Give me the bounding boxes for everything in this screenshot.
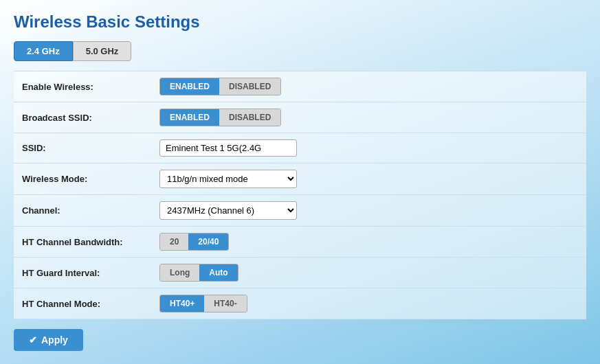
enable-wireless-label: Enable Wireless:: [14, 71, 151, 102]
enable-wireless-toggle: ENABLED DISABLED: [159, 78, 281, 95]
ht-guard-interval-value: Long Auto: [151, 258, 586, 288]
ht-channel-mode-label: HT Channel Mode:: [14, 288, 151, 319]
ht-mode-ht40minus-btn[interactable]: HT40-: [204, 295, 246, 312]
page-title: Wireless Basic Settings: [14, 12, 586, 32]
row-wireless-mode: Wireless Mode: 11b/g/n mixed mode 11b on…: [14, 163, 586, 195]
ht-channel-bandwidth-label: HT Channel Bandwidth:: [14, 227, 151, 258]
apply-button[interactable]: ✔ Apply: [14, 329, 83, 351]
row-ssid: SSID:: [14, 133, 586, 163]
ht-mode-ht40plus-btn[interactable]: HT40+: [160, 295, 204, 312]
wireless-mode-label: Wireless Mode:: [14, 163, 151, 195]
apply-label: Apply: [41, 334, 68, 345]
settings-table: Enable Wireless: ENABLED DISABLED Broadc…: [14, 71, 586, 319]
row-ht-channel-mode: HT Channel Mode: HT40+ HT40-: [14, 288, 586, 319]
ht-guard-interval-toggle: Long Auto: [159, 264, 238, 282]
row-ht-channel-bandwidth: HT Channel Bandwidth: 20 20/40: [14, 227, 586, 258]
row-channel: Channel: 2437MHz (Channel 6) Auto 2412MH…: [14, 195, 586, 227]
ssid-input[interactable]: [159, 139, 297, 157]
channel-label: Channel:: [14, 195, 151, 227]
ht-guard-interval-label: HT Guard Interval:: [14, 258, 151, 288]
enable-wireless-disabled-btn[interactable]: DISABLED: [219, 78, 280, 95]
enable-wireless-enabled-btn[interactable]: ENABLED: [160, 78, 219, 95]
ht-channel-bandwidth-toggle: 20 20/40: [159, 233, 229, 251]
broadcast-ssid-enabled-btn[interactable]: ENABLED: [160, 109, 219, 126]
tab-2.4ghz[interactable]: 2.4 GHz: [14, 41, 73, 61]
broadcast-ssid-label: Broadcast SSID:: [14, 102, 151, 133]
ht-bandwidth-20-btn[interactable]: 20: [160, 234, 188, 250]
ht-guard-long-btn[interactable]: Long: [160, 264, 199, 281]
enable-wireless-value: ENABLED DISABLED: [151, 71, 586, 102]
ht-channel-mode-toggle: HT40+ HT40-: [159, 295, 247, 312]
ht-channel-mode-value: HT40+ HT40-: [151, 288, 586, 319]
checkmark-icon: ✔: [29, 334, 37, 345]
wireless-mode-value: 11b/g/n mixed mode 11b only 11g only 11n…: [151, 163, 586, 195]
ssid-value: [151, 133, 586, 163]
channel-value: 2437MHz (Channel 6) Auto 2412MHz (Channe…: [151, 195, 586, 227]
row-ht-guard-interval: HT Guard Interval: Long Auto: [14, 258, 586, 288]
ssid-label: SSID:: [14, 133, 151, 163]
tabs-row: 2.4 GHz 5.0 GHz: [14, 41, 586, 61]
row-broadcast-ssid: Broadcast SSID: ENABLED DISABLED: [14, 102, 586, 133]
ht-guard-auto-btn[interactable]: Auto: [199, 264, 237, 281]
broadcast-ssid-toggle: ENABLED DISABLED: [159, 109, 281, 126]
ht-bandwidth-2040-btn[interactable]: 20/40: [188, 234, 228, 250]
wireless-mode-select[interactable]: 11b/g/n mixed mode 11b only 11g only 11n…: [159, 170, 297, 188]
page-wrapper: Wireless Basic Settings 2.4 GHz 5.0 GHz …: [0, 0, 600, 364]
row-enable-wireless: Enable Wireless: ENABLED DISABLED: [14, 71, 586, 102]
tab-5ghz[interactable]: 5.0 GHz: [73, 41, 132, 61]
channel-select[interactable]: 2437MHz (Channel 6) Auto 2412MHz (Channe…: [159, 201, 297, 220]
ht-channel-bandwidth-value: 20 20/40: [151, 227, 586, 258]
broadcast-ssid-value: ENABLED DISABLED: [151, 102, 586, 133]
broadcast-ssid-disabled-btn[interactable]: DISABLED: [219, 109, 280, 126]
